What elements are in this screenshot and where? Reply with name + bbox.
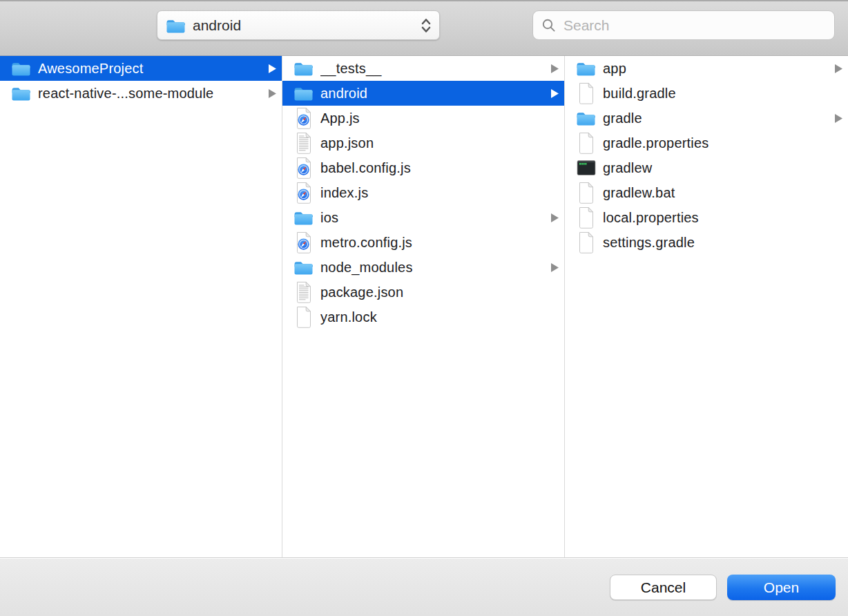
folder-icon	[293, 256, 314, 279]
file-label: android	[320, 86, 546, 102]
file-label: gradle	[603, 110, 829, 126]
folder-icon	[166, 17, 186, 34]
blank-file-icon	[576, 182, 596, 204]
file-row[interactable]: build.gradle	[565, 81, 848, 106]
folder-icon	[293, 82, 314, 105]
folder-row[interactable]: __tests__	[282, 56, 564, 81]
browser-column-2: __tests__androidApp.jsapp.jsonbabel.conf…	[282, 56, 565, 557]
file-row[interactable]: yarn.lock	[282, 305, 564, 329]
dialog-toolbar: android	[0, 0, 848, 56]
disclosure-arrow-icon	[551, 64, 559, 73]
browser-column-1: AwesomeProjectreact-native-...some-modul…	[0, 56, 282, 557]
disclosure-arrow-icon	[551, 263, 559, 272]
location-dropdown-value: android	[193, 17, 421, 34]
search-input[interactable]	[562, 17, 827, 35]
file-label: __tests__	[320, 61, 546, 77]
file-label: babel.config.js	[320, 160, 559, 176]
blank-file-icon	[576, 231, 596, 254]
open-button[interactable]: Open	[727, 575, 836, 600]
file-label: gradlew	[603, 160, 842, 176]
file-label: build.gradle	[603, 86, 842, 102]
folder-row[interactable]: ios	[282, 205, 564, 230]
file-browser-columns: AwesomeProjectreact-native-...some-modul…	[0, 56, 848, 558]
cancel-button[interactable]: Cancel	[610, 575, 717, 600]
folder-icon	[11, 82, 31, 105]
file-row[interactable]: gradle.properties	[565, 131, 848, 155]
js-file-icon	[293, 107, 314, 130]
blank-file-icon	[576, 82, 596, 105]
disclosure-arrow-icon	[269, 89, 276, 98]
folder-icon	[11, 57, 31, 80]
js-file-icon	[293, 182, 314, 204]
folder-icon	[576, 57, 596, 80]
js-file-icon	[293, 231, 314, 254]
browser-column-3: appbuild.gradlegradlegradle.propertiesgr…	[565, 56, 848, 557]
chevron-up-down-icon	[421, 17, 432, 34]
folder-icon	[293, 57, 314, 80]
disclosure-arrow-icon	[835, 64, 842, 73]
file-row[interactable]: gradlew	[565, 155, 848, 180]
file-label: metro.config.js	[320, 235, 559, 251]
exec-file-icon	[576, 157, 596, 180]
folder-icon	[293, 206, 314, 229]
dialog-footer: Cancel Open	[0, 559, 848, 616]
file-row[interactable]: local.properties	[565, 205, 848, 230]
file-label: node_modules	[320, 260, 546, 276]
disclosure-arrow-icon	[269, 64, 276, 73]
disclosure-arrow-icon	[835, 114, 842, 123]
blank-file-icon	[576, 206, 596, 229]
file-row[interactable]: settings.gradle	[565, 230, 848, 255]
file-label: ios	[320, 210, 546, 226]
file-row[interactable]: gradlew.bat	[565, 180, 848, 205]
text-file-icon	[293, 281, 314, 304]
file-row[interactable]: index.js	[282, 180, 564, 205]
blank-file-icon	[576, 132, 596, 155]
file-label: local.properties	[603, 210, 842, 226]
location-dropdown[interactable]: android	[157, 10, 440, 40]
blank-file-icon	[293, 306, 314, 329]
file-row[interactable]: package.json	[282, 280, 564, 305]
file-row[interactable]: App.js	[282, 106, 564, 131]
file-row[interactable]: babel.config.js	[282, 155, 564, 180]
folder-row[interactable]: react-native-...some-module	[0, 81, 282, 106]
file-label: gradle.properties	[603, 135, 842, 151]
text-file-icon	[293, 132, 314, 155]
folder-row[interactable]: app	[565, 56, 848, 81]
file-label: package.json	[320, 285, 559, 300]
file-label: react-native-...some-module	[38, 86, 263, 102]
js-file-icon	[293, 157, 314, 180]
file-label: yarn.lock	[320, 309, 559, 325]
file-label: gradlew.bat	[603, 185, 842, 201]
file-row[interactable]: app.json	[282, 131, 564, 155]
file-label: app	[603, 61, 829, 77]
folder-row[interactable]: android	[282, 81, 564, 106]
file-row[interactable]: metro.config.js	[282, 230, 564, 255]
file-label: index.js	[320, 185, 559, 201]
search-icon	[541, 18, 557, 33]
folder-row[interactable]: gradle	[565, 106, 848, 131]
file-label: AwesomeProject	[38, 61, 263, 77]
file-label: App.js	[320, 110, 559, 126]
file-label: settings.gradle	[603, 235, 842, 251]
folder-row[interactable]: node_modules	[282, 255, 564, 280]
folder-row[interactable]: AwesomeProject	[0, 56, 282, 81]
disclosure-arrow-icon	[551, 213, 559, 222]
file-label: app.json	[320, 135, 559, 151]
folder-icon	[576, 107, 596, 130]
search-field	[532, 10, 835, 40]
disclosure-arrow-icon	[551, 89, 559, 98]
